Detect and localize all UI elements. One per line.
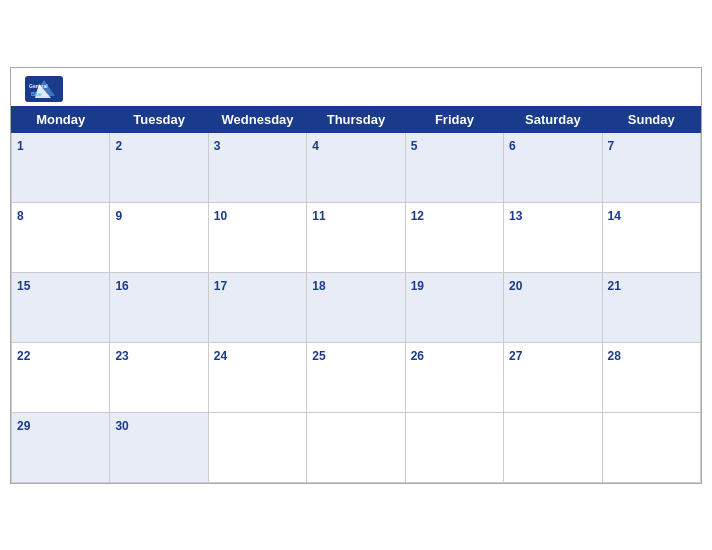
calendar-cell: 13 xyxy=(504,202,602,272)
date-number: 5 xyxy=(411,139,418,153)
calendar-cell: 30 xyxy=(110,412,208,482)
calendar-cell: 20 xyxy=(504,272,602,342)
calendar-cell xyxy=(504,412,602,482)
date-number: 7 xyxy=(608,139,615,153)
logo-area: General Blue xyxy=(25,76,63,102)
date-number: 4 xyxy=(312,139,319,153)
date-number: 18 xyxy=(312,279,325,293)
calendar-cell: 24 xyxy=(208,342,306,412)
date-number: 30 xyxy=(115,419,128,433)
date-number: 8 xyxy=(17,209,24,223)
calendar-cell: 18 xyxy=(307,272,405,342)
date-number: 13 xyxy=(509,209,522,223)
date-number: 28 xyxy=(608,349,621,363)
week-row-3: 15161718192021 xyxy=(12,272,701,342)
date-number: 23 xyxy=(115,349,128,363)
calendar-cell: 28 xyxy=(602,342,700,412)
calendar-cell xyxy=(307,412,405,482)
calendar-header: General Blue xyxy=(11,68,701,106)
svg-text:General: General xyxy=(29,83,48,89)
calendar-cell: 2 xyxy=(110,132,208,202)
date-number: 17 xyxy=(214,279,227,293)
calendar-cell: 6 xyxy=(504,132,602,202)
calendar-cell: 9 xyxy=(110,202,208,272)
calendar-cell: 16 xyxy=(110,272,208,342)
calendar-cell: 3 xyxy=(208,132,306,202)
calendar-cell: 12 xyxy=(405,202,503,272)
date-number: 1 xyxy=(17,139,24,153)
weekday-header-wednesday: Wednesday xyxy=(208,106,306,132)
calendar-cell: 1 xyxy=(12,132,110,202)
calendar-cell: 21 xyxy=(602,272,700,342)
date-number: 21 xyxy=(608,279,621,293)
week-row-4: 22232425262728 xyxy=(12,342,701,412)
calendar-cell: 17 xyxy=(208,272,306,342)
weekday-header-saturday: Saturday xyxy=(504,106,602,132)
calendar-cell: 23 xyxy=(110,342,208,412)
calendar-cell xyxy=(405,412,503,482)
calendar-cell: 8 xyxy=(12,202,110,272)
date-number: 20 xyxy=(509,279,522,293)
calendar-cell: 25 xyxy=(307,342,405,412)
date-number: 16 xyxy=(115,279,128,293)
date-number: 24 xyxy=(214,349,227,363)
calendar-cell: 10 xyxy=(208,202,306,272)
calendar-cell: 5 xyxy=(405,132,503,202)
date-number: 9 xyxy=(115,209,122,223)
weekday-header-tuesday: Tuesday xyxy=(110,106,208,132)
calendar-cell: 29 xyxy=(12,412,110,482)
weekday-header-thursday: Thursday xyxy=(307,106,405,132)
weekday-header-monday: Monday xyxy=(12,106,110,132)
date-number: 27 xyxy=(509,349,522,363)
calendar-cell xyxy=(602,412,700,482)
calendar-cell: 15 xyxy=(12,272,110,342)
calendar-cell: 19 xyxy=(405,272,503,342)
calendar-table: MondayTuesdayWednesdayThursdayFridaySatu… xyxy=(11,106,701,483)
calendar-cell xyxy=(208,412,306,482)
date-number: 11 xyxy=(312,209,325,223)
date-number: 29 xyxy=(17,419,30,433)
calendar-cell: 11 xyxy=(307,202,405,272)
weekday-header-sunday: Sunday xyxy=(602,106,700,132)
calendar-cell: 14 xyxy=(602,202,700,272)
weekday-header-friday: Friday xyxy=(405,106,503,132)
svg-text:Blue: Blue xyxy=(31,91,42,97)
date-number: 2 xyxy=(115,139,122,153)
week-row-2: 891011121314 xyxy=(12,202,701,272)
calendar-cell: 26 xyxy=(405,342,503,412)
calendar-cell: 22 xyxy=(12,342,110,412)
date-number: 19 xyxy=(411,279,424,293)
week-row-5: 2930 xyxy=(12,412,701,482)
calendar-cell: 4 xyxy=(307,132,405,202)
date-number: 3 xyxy=(214,139,221,153)
date-number: 12 xyxy=(411,209,424,223)
calendar-container: General Blue MondayTuesdayWednesdayThurs… xyxy=(10,67,702,484)
date-number: 22 xyxy=(17,349,30,363)
calendar-cell: 7 xyxy=(602,132,700,202)
date-number: 26 xyxy=(411,349,424,363)
generalblue-logo-icon: General Blue xyxy=(25,76,63,102)
week-row-1: 1234567 xyxy=(12,132,701,202)
date-number: 14 xyxy=(608,209,621,223)
date-number: 15 xyxy=(17,279,30,293)
date-number: 25 xyxy=(312,349,325,363)
date-number: 6 xyxy=(509,139,516,153)
date-number: 10 xyxy=(214,209,227,223)
calendar-cell: 27 xyxy=(504,342,602,412)
weekday-header-row: MondayTuesdayWednesdayThursdayFridaySatu… xyxy=(12,106,701,132)
